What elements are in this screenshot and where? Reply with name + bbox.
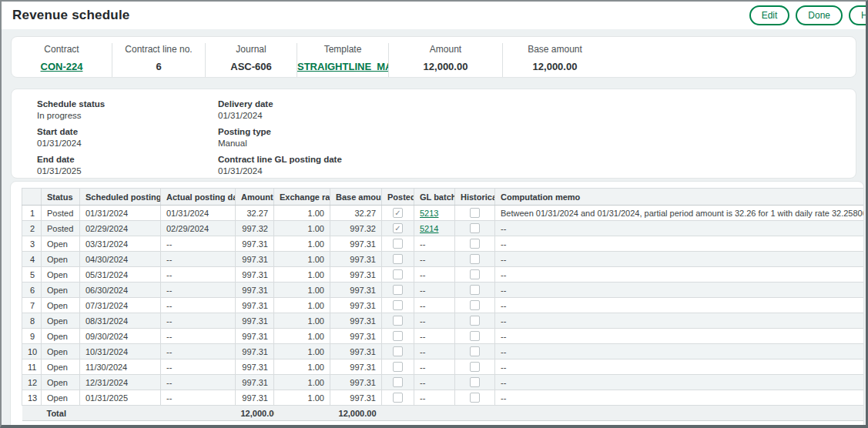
historical-cell [455,329,495,344]
gl-batch-cell: -- [414,344,455,359]
historical-cell [455,298,495,313]
actual-posting-date-cell: 01/31/2024 [161,206,236,221]
scheduled-posting-date-cell: 11/30/2024 [80,359,161,375]
historical-checkbox[interactable] [470,285,480,295]
contract-line-gl-posting-date-field: Contract line GL posting date 01/31/2024 [218,155,342,176]
actual-posting-date-cell: -- [161,390,236,406]
historical-checkbox[interactable] [470,393,480,403]
posted-cell [382,329,414,344]
col-header-posted: Posted [382,189,414,206]
historical-checkbox[interactable] [470,377,480,387]
posted-checkbox[interactable] [393,331,403,341]
table-row: 11Open11/30/2024--997.311.00997.31---- [22,359,864,375]
computation-memo-cell: -- [495,390,864,406]
posted-cell [382,267,414,283]
base-amount-cell: 997.31 [330,390,382,406]
amount-cell: 997.31 [236,283,274,298]
total-spacer [22,406,42,421]
historical-checkbox[interactable] [470,316,480,326]
posted-checkbox[interactable] [393,285,403,295]
col-header-historical: Historical [455,189,495,206]
row-number: 4 [22,252,42,267]
status-cell: Open [42,236,80,252]
gl-batch-cell: -- [414,252,455,267]
posted-checkbox[interactable] [393,346,403,356]
posted-cell: ✓ [382,221,414,236]
row-number: 3 [22,236,42,252]
historical-checkbox[interactable] [470,362,480,372]
posted-cell [382,344,414,359]
historical-checkbox[interactable] [470,223,480,233]
table-row: 13Open01/31/2025--997.311.00997.31---- [22,390,864,406]
historical-checkbox[interactable] [470,239,480,249]
historical-checkbox[interactable] [470,331,480,341]
amount-cell: 32.27 [236,206,274,221]
gl-batch-cell: -- [414,390,455,406]
historical-checkbox[interactable] [470,208,480,218]
row-number: 9 [22,329,42,344]
col-header-gl-batch: GL batch [414,189,455,206]
posted-checkbox[interactable] [393,362,403,372]
gl-batch-link[interactable]: 5213 [420,209,438,218]
posted-checkbox[interactable] [393,377,403,387]
scheduled-posting-date-cell: 03/31/2024 [80,236,161,252]
scheduled-posting-date-cell: 09/30/2024 [80,329,161,344]
amount-cell: 997.31 [236,375,274,390]
edit-button[interactable]: Edit [749,5,790,25]
row-number: 5 [22,267,42,283]
posted-checkbox[interactable] [393,254,403,264]
computation-memo-cell: -- [495,267,864,283]
scheduled-posting-date-cell: 07/31/2024 [80,298,161,313]
revenue-schedule-window: { "colors": { "accent_green": "#00784a",… [0,0,868,428]
summary-contract: Contract CON-224 [12,43,112,77]
status-cell: Open [42,267,80,283]
table-row: 3Open03/31/2024--997.311.00997.31---- [22,236,864,252]
historical-checkbox[interactable] [470,254,480,264]
posted-checkbox[interactable]: ✓ [393,208,403,218]
posted-cell [382,375,414,390]
exchange-rate-cell: 1.00 [274,236,330,252]
historical-checkbox[interactable] [470,346,480,356]
row-number: 13 [22,390,42,406]
historical-checkbox[interactable] [470,300,480,310]
posted-checkbox[interactable] [393,239,403,249]
template-link[interactable]: STRAIGHTLINE_MANUA [297,61,389,72]
exchange-rate-cell: 1.00 [274,359,330,375]
posted-cell [382,359,414,375]
status-cell: Open [42,359,80,375]
schedule-status-field: Schedule status In progress [37,99,218,120]
status-cell: Open [42,390,80,406]
historical-checkbox[interactable] [470,269,480,279]
schedule-table-footer: Total 12,000.00 12,000.00 [22,406,864,421]
base-amount-cell: 997.31 [330,375,382,390]
posted-checkbox[interactable]: ✓ [393,223,403,233]
row-number: 11 [22,359,42,375]
base-amount-cell: 997.31 [330,329,382,344]
schedule-table-card: Status Scheduled posting date Actual pos… [10,181,864,428]
summary-amount: Amount 12,000.00 [389,43,503,77]
table-row: 6Open06/30/2024--997.311.00997.31---- [22,283,864,298]
done-button[interactable]: Done [796,5,843,25]
actual-posting-date-cell: -- [161,283,236,298]
table-row: 10Open10/31/2024--997.311.00997.31---- [22,344,864,359]
base-amount-label: Base amount [503,44,607,55]
scheduled-posting-date-cell: 08/31/2024 [80,313,161,329]
contract-link[interactable]: CON-224 [41,61,83,72]
posted-checkbox[interactable] [393,300,403,310]
exchange-rate-cell: 1.00 [274,375,330,390]
computation-memo-cell: -- [495,313,864,329]
col-header-scheduled-posting-date: Scheduled posting date [80,189,161,206]
gl-batch-link[interactable]: 5214 [420,224,438,233]
table-row: 2Posted02/29/202402/29/2024997.321.00997… [22,221,864,236]
posted-checkbox[interactable] [393,269,403,279]
exchange-rate-cell: 1.00 [274,390,330,406]
gl-batch-cell: -- [414,359,455,375]
posted-checkbox[interactable] [393,316,403,326]
amount-cell: 997.32 [236,221,274,236]
help-button-clipped[interactable]: H [849,5,868,25]
posted-checkbox[interactable] [393,393,403,403]
computation-memo-cell: -- [495,221,864,236]
base-amount-cell: 997.31 [330,252,382,267]
amount-cell: 997.31 [236,298,274,313]
exchange-rate-cell: 1.00 [274,313,330,329]
